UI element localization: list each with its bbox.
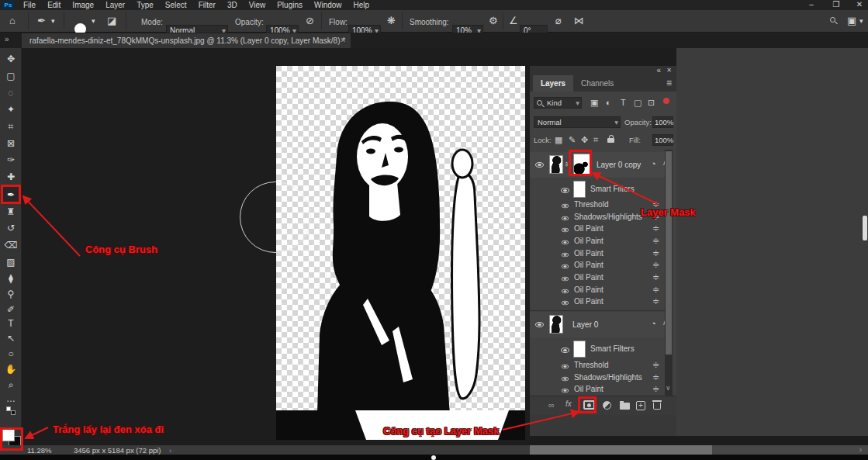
brush-settings-panel-icon[interactable]: ◪ <box>107 15 116 26</box>
layer-visibility-eye-icon[interactable] <box>535 162 544 168</box>
panel-edge-handle[interactable] <box>863 216 867 240</box>
marquee-tool[interactable]: ▢ <box>0 70 22 82</box>
layer-row[interactable]: Layer 0 ◔ ∧ <box>530 312 673 337</box>
smart-filters-thumbnail[interactable] <box>573 341 586 358</box>
filter-eye-icon[interactable] <box>562 265 569 269</box>
filter-blend-options-icon[interactable]: ≑ <box>652 236 659 246</box>
mini-swap-colors-icon[interactable] <box>11 410 16 415</box>
filter-entry[interactable]: Shadows/Highlights <box>574 373 642 382</box>
menu-window[interactable]: Window <box>314 1 342 9</box>
filter-entry[interactable]: Shadows/Highlights <box>574 213 642 221</box>
filter-eye-icon[interactable] <box>562 377 569 382</box>
filter-shape-icon[interactable]: ▢ <box>634 98 641 108</box>
filter-adjustment-icon[interactable]: ◐ <box>606 98 611 107</box>
lock-position-icon[interactable]: ✥ <box>581 135 588 145</box>
scroll-down-icon[interactable]: ∨ <box>666 384 671 392</box>
status-options-chevron-icon[interactable]: › <box>169 446 171 455</box>
layer-fill-select[interactable]: 100% <box>652 134 673 146</box>
smoothing-options-gear-icon[interactable]: ⚙ <box>489 15 498 26</box>
adjustment-layer-icon[interactable] <box>603 401 611 410</box>
filter-smart-object-icon[interactable]: ⊡ <box>648 98 655 108</box>
filter-eye-icon[interactable] <box>562 365 569 369</box>
layer-row[interactable]: ∞ Layer 0 copy ◔ ∧ <box>530 152 673 178</box>
crop-tool[interactable]: ⌗ <box>0 120 22 133</box>
blend-mode-select[interactable]: Normal ▾ <box>534 116 621 128</box>
spot-healing-tool[interactable]: ✚ <box>0 171 22 183</box>
brush-tool-icon[interactable]: ✒ <box>37 15 46 26</box>
horizontal-scrollbar-thumb[interactable] <box>530 445 712 455</box>
filter-entry[interactable]: Oil Paint <box>574 261 603 269</box>
menu-filter[interactable]: Filter <box>199 1 216 9</box>
filter-entry[interactable]: Oil Paint <box>574 385 603 393</box>
blur-tool[interactable]: ⧫ <box>0 272 22 285</box>
lock-pixels-icon[interactable]: ✎ <box>569 135 576 145</box>
filter-blend-options-icon[interactable]: ≑ <box>652 372 659 382</box>
path-selection-tool[interactable]: ↖ <box>0 332 22 344</box>
filter-blend-options-icon[interactable]: ≑ <box>652 272 659 282</box>
lock-transparency-icon[interactable]: ▦ <box>555 135 562 145</box>
menu-view[interactable]: View <box>249 1 266 9</box>
filter-entry[interactable]: Oil Paint <box>574 297 603 306</box>
filter-type-icon[interactable]: T <box>621 98 626 107</box>
home-icon[interactable]: ⌂ <box>9 15 16 26</box>
close-button[interactable]: ✕ <box>852 0 867 9</box>
chevron-down-icon[interactable]: ▾ <box>92 17 95 25</box>
layer-filter-kind-select[interactable]: Kind ▾ <box>534 97 582 109</box>
filter-entry[interactable]: Oil Paint <box>574 249 603 258</box>
move-tool[interactable]: ✥ <box>0 53 22 65</box>
menu-file[interactable]: File <box>23 1 36 9</box>
tab-channels[interactable]: Channels <box>581 75 614 92</box>
pressure-opacity-icon[interactable]: ⊘ <box>306 15 314 26</box>
layers-scrollbar-thumb[interactable] <box>666 151 672 355</box>
layer-opacity-select[interactable]: 100% <box>652 116 673 128</box>
layer-name[interactable]: Layer 0 <box>572 320 598 329</box>
smart-filters-thumbnail[interactable] <box>573 181 586 198</box>
new-group-icon[interactable] <box>620 403 630 410</box>
smart-filter-badge-icon[interactable]: ◔ <box>651 159 656 168</box>
filter-image-icon[interactable]: ▣ <box>590 98 598 108</box>
layer-visibility-eye-icon[interactable] <box>535 322 544 327</box>
menu-help[interactable]: Help <box>354 1 370 9</box>
eyedropper-tool[interactable]: ✑ <box>0 154 22 166</box>
eraser-tool[interactable]: ⌫ <box>0 239 22 251</box>
search-icon[interactable] <box>830 17 835 22</box>
menu-plugins[interactable]: Plugins <box>277 1 303 9</box>
menu-image[interactable]: Image <box>72 1 94 9</box>
filter-blend-options-icon[interactable]: ≑ <box>652 260 659 270</box>
tab-close-icon[interactable]: ✕ <box>340 33 346 48</box>
quick-selection-tool[interactable]: ✦ <box>0 103 22 116</box>
new-layer-icon[interactable]: + <box>636 401 645 410</box>
filter-blend-options-icon[interactable]: ≑ <box>652 360 659 370</box>
layer-name[interactable]: Layer 0 copy <box>597 161 641 169</box>
pen-tool[interactable]: ✐ <box>0 303 22 316</box>
pressure-size-icon[interactable]: ⌀ <box>555 15 562 26</box>
panel-menu-icon[interactable]: ≡ <box>666 75 672 92</box>
filter-entry[interactable]: Threshold <box>574 361 608 369</box>
canvas[interactable] <box>276 66 525 440</box>
filter-eye-icon[interactable] <box>562 301 569 306</box>
filter-entry[interactable]: Oil Paint <box>574 285 603 294</box>
document-tab[interactable]: rafaella-mendes-diniz-et_78QkMMQs-unspla… <box>22 33 351 48</box>
filter-blend-options-icon[interactable]: ≑ <box>652 285 659 295</box>
lock-all-icon[interactable] <box>607 138 614 143</box>
frame-tool[interactable]: ⊠ <box>0 137 22 150</box>
menu-type[interactable]: Type <box>137 1 154 9</box>
edit-toolbar-button[interactable]: … <box>0 393 22 405</box>
chevron-down-icon[interactable]: ▾ <box>859 17 863 25</box>
zoom-tool[interactable]: ⌕ <box>0 379 22 391</box>
shape-tool[interactable]: ○ <box>0 348 22 360</box>
tab-layers[interactable]: Layers <box>533 75 573 92</box>
filter-blend-options-icon[interactable]: ≑ <box>652 384 659 394</box>
filter-entry[interactable]: Threshold <box>574 200 608 209</box>
clone-stamp-tool[interactable]: ♜ <box>0 206 22 218</box>
airbrush-icon[interactable]: ❋ <box>387 15 396 26</box>
lock-artboard-icon[interactable]: ⌗ <box>593 135 598 145</box>
filter-eye-icon[interactable] <box>562 389 569 393</box>
delete-layer-icon[interactable] <box>653 403 661 410</box>
collapse-panel-icon[interactable]: « <box>656 66 661 74</box>
gradient-tool[interactable]: ▨ <box>0 256 22 268</box>
layer-thumbnail[interactable] <box>549 155 563 174</box>
filter-blend-options-icon[interactable]: ≑ <box>652 248 659 258</box>
lasso-tool[interactable]: ◌ <box>0 87 22 99</box>
filter-toggle-icon[interactable] <box>663 98 669 104</box>
